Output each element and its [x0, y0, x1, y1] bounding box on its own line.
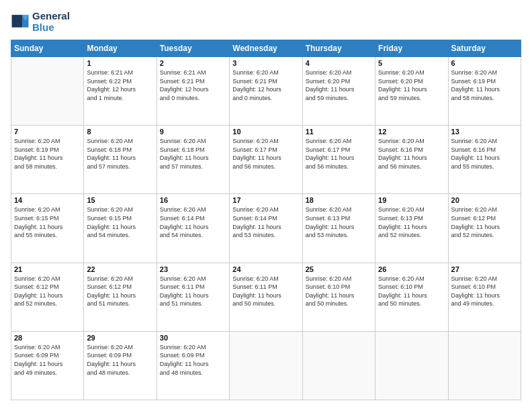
day-info: Sunrise: 6:20 AM Sunset: 6:20 PM Dayligh… [306, 68, 372, 102]
day-info: Sunrise: 6:20 AM Sunset: 6:15 PM Dayligh… [87, 205, 153, 239]
day-number: 10 [232, 128, 299, 136]
weekday-header: Friday [375, 40, 448, 57]
day-info: Sunrise: 6:20 AM Sunset: 6:16 PM Dayligh… [378, 137, 445, 171]
day-number: 20 [451, 196, 518, 204]
weekday-header: Tuesday [157, 40, 229, 57]
day-info: Sunrise: 6:21 AM Sunset: 6:22 PM Dayligh… [87, 68, 153, 102]
day-number: 7 [14, 128, 81, 136]
day-number: 16 [160, 196, 226, 204]
day-info: Sunrise: 6:20 AM Sunset: 6:13 PM Dayligh… [306, 205, 372, 239]
calendar-cell: 5Sunrise: 6:20 AM Sunset: 6:20 PM Daylig… [375, 57, 448, 126]
day-number: 25 [306, 265, 372, 273]
calendar-cell: 25Sunrise: 6:20 AM Sunset: 6:10 PM Dayli… [302, 263, 375, 331]
day-info: Sunrise: 6:21 AM Sunset: 6:21 PM Dayligh… [160, 68, 226, 102]
calendar-cell: 11Sunrise: 6:20 AM Sunset: 6:17 PM Dayli… [302, 126, 375, 194]
calendar-week-row: 7Sunrise: 6:20 AM Sunset: 6:19 PM Daylig… [11, 126, 521, 194]
day-number: 18 [306, 196, 372, 204]
day-info: Sunrise: 6:20 AM Sunset: 6:10 PM Dayligh… [378, 275, 445, 308]
day-info: Sunrise: 6:20 AM Sunset: 6:14 PM Dayligh… [232, 205, 299, 239]
calendar-week-row: 28Sunrise: 6:20 AM Sunset: 6:09 PM Dayli… [11, 331, 521, 400]
day-number: 5 [378, 59, 445, 67]
calendar-cell: 16Sunrise: 6:20 AM Sunset: 6:14 PM Dayli… [157, 194, 229, 263]
day-number: 6 [451, 59, 518, 67]
day-number: 22 [87, 265, 153, 273]
calendar-cell: 8Sunrise: 6:20 AM Sunset: 6:18 PM Daylig… [84, 126, 157, 194]
day-number: 28 [14, 334, 81, 342]
calendar-cell: 19Sunrise: 6:20 AM Sunset: 6:13 PM Dayli… [375, 194, 448, 263]
day-info: Sunrise: 6:20 AM Sunset: 6:11 PM Dayligh… [160, 275, 226, 308]
day-number: 8 [87, 128, 153, 136]
calendar-cell: 3Sunrise: 6:20 AM Sunset: 6:21 PM Daylig… [230, 57, 302, 126]
calendar-cell: 18Sunrise: 6:20 AM Sunset: 6:13 PM Dayli… [302, 194, 375, 263]
calendar-cell: 17Sunrise: 6:20 AM Sunset: 6:14 PM Dayli… [230, 194, 302, 263]
day-number: 19 [378, 196, 445, 204]
day-number: 1 [87, 59, 153, 67]
logo-text: General Blue [32, 11, 70, 33]
day-number: 24 [232, 265, 299, 273]
calendar-cell [302, 331, 375, 400]
weekday-header-row: SundayMondayTuesdayWednesdayThursdayFrid… [11, 40, 521, 57]
day-info: Sunrise: 6:20 AM Sunset: 6:09 PM Dayligh… [14, 343, 81, 377]
svg-marker-1 [12, 15, 23, 28]
calendar-cell [230, 331, 302, 400]
day-info: Sunrise: 6:20 AM Sunset: 6:09 PM Dayligh… [160, 343, 226, 377]
calendar-cell: 7Sunrise: 6:20 AM Sunset: 6:19 PM Daylig… [11, 126, 84, 194]
day-number: 3 [232, 59, 299, 67]
day-number: 21 [14, 265, 81, 273]
calendar-cell [375, 331, 448, 400]
calendar-cell: 13Sunrise: 6:20 AM Sunset: 6:16 PM Dayli… [448, 126, 521, 194]
day-number: 27 [451, 265, 518, 273]
day-info: Sunrise: 6:20 AM Sunset: 6:13 PM Dayligh… [378, 205, 445, 239]
calendar-cell: 20Sunrise: 6:20 AM Sunset: 6:12 PM Dayli… [448, 194, 521, 263]
logo: General Blue [11, 11, 70, 33]
calendar-cell [448, 331, 521, 400]
day-info: Sunrise: 6:20 AM Sunset: 6:20 PM Dayligh… [378, 68, 445, 102]
logo-icon [11, 13, 30, 32]
calendar-cell: 12Sunrise: 6:20 AM Sunset: 6:16 PM Dayli… [375, 126, 448, 194]
calendar-week-row: 1Sunrise: 6:21 AM Sunset: 6:22 PM Daylig… [11, 57, 521, 126]
day-info: Sunrise: 6:20 AM Sunset: 6:12 PM Dayligh… [451, 205, 518, 239]
calendar-cell: 27Sunrise: 6:20 AM Sunset: 6:10 PM Dayli… [448, 263, 521, 331]
calendar-week-row: 21Sunrise: 6:20 AM Sunset: 6:12 PM Dayli… [11, 263, 521, 331]
calendar-cell: 26Sunrise: 6:20 AM Sunset: 6:10 PM Dayli… [375, 263, 448, 331]
day-info: Sunrise: 6:20 AM Sunset: 6:12 PM Dayligh… [87, 275, 153, 308]
calendar-cell: 24Sunrise: 6:20 AM Sunset: 6:11 PM Dayli… [230, 263, 302, 331]
day-number: 30 [160, 334, 226, 342]
day-info: Sunrise: 6:20 AM Sunset: 6:18 PM Dayligh… [160, 137, 226, 171]
day-number: 4 [306, 59, 372, 67]
calendar-cell: 2Sunrise: 6:21 AM Sunset: 6:21 PM Daylig… [157, 57, 229, 126]
calendar-cell: 21Sunrise: 6:20 AM Sunset: 6:12 PM Dayli… [11, 263, 84, 331]
calendar-cell: 30Sunrise: 6:20 AM Sunset: 6:09 PM Dayli… [157, 331, 229, 400]
day-info: Sunrise: 6:20 AM Sunset: 6:09 PM Dayligh… [87, 343, 153, 377]
day-number: 17 [232, 196, 299, 204]
weekday-header: Wednesday [230, 40, 302, 57]
day-info: Sunrise: 6:20 AM Sunset: 6:19 PM Dayligh… [14, 137, 81, 171]
calendar-cell: 9Sunrise: 6:20 AM Sunset: 6:18 PM Daylig… [157, 126, 229, 194]
calendar-cell: 23Sunrise: 6:20 AM Sunset: 6:11 PM Dayli… [157, 263, 229, 331]
day-number: 2 [160, 59, 226, 67]
weekday-header: Thursday [302, 40, 375, 57]
day-info: Sunrise: 6:20 AM Sunset: 6:17 PM Dayligh… [306, 137, 372, 171]
calendar-cell: 28Sunrise: 6:20 AM Sunset: 6:09 PM Dayli… [11, 331, 84, 400]
day-info: Sunrise: 6:20 AM Sunset: 6:17 PM Dayligh… [232, 137, 299, 171]
day-number: 29 [87, 334, 153, 342]
calendar-week-row: 14Sunrise: 6:20 AM Sunset: 6:15 PM Dayli… [11, 194, 521, 263]
day-info: Sunrise: 6:20 AM Sunset: 6:12 PM Dayligh… [14, 275, 81, 308]
header: General Blue [11, 11, 521, 33]
day-info: Sunrise: 6:20 AM Sunset: 6:14 PM Dayligh… [160, 205, 226, 239]
day-info: Sunrise: 6:20 AM Sunset: 6:10 PM Dayligh… [451, 275, 518, 308]
day-number: 15 [87, 196, 153, 204]
calendar-table: SundayMondayTuesdayWednesdayThursdayFrid… [11, 40, 521, 400]
calendar-cell: 14Sunrise: 6:20 AM Sunset: 6:15 PM Dayli… [11, 194, 84, 263]
day-info: Sunrise: 6:20 AM Sunset: 6:16 PM Dayligh… [451, 137, 518, 171]
calendar-cell: 4Sunrise: 6:20 AM Sunset: 6:20 PM Daylig… [302, 57, 375, 126]
calendar-cell: 1Sunrise: 6:21 AM Sunset: 6:22 PM Daylig… [84, 57, 157, 126]
weekday-header: Saturday [448, 40, 521, 57]
weekday-header: Monday [84, 40, 157, 57]
day-info: Sunrise: 6:20 AM Sunset: 6:11 PM Dayligh… [232, 275, 299, 308]
day-number: 12 [378, 128, 445, 136]
day-number: 13 [451, 128, 518, 136]
day-info: Sunrise: 6:20 AM Sunset: 6:18 PM Dayligh… [87, 137, 153, 171]
calendar-cell [11, 57, 84, 126]
calendar-cell: 22Sunrise: 6:20 AM Sunset: 6:12 PM Dayli… [84, 263, 157, 331]
